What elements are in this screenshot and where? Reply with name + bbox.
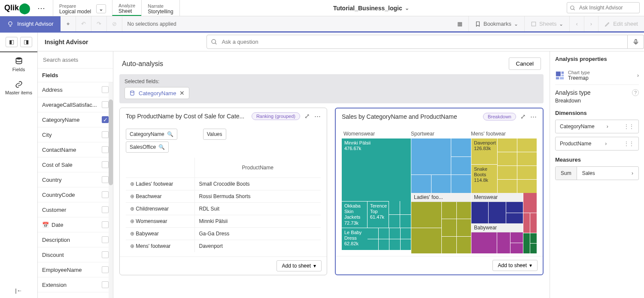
- smart-search-icon[interactable]: ⌖: [61, 16, 76, 31]
- values-chip[interactable]: Values: [203, 129, 226, 140]
- ask-question-input[interactable]: [207, 35, 628, 49]
- table-row[interactable]: ⊕ BeachwearRossi Bermuda Shorts: [126, 190, 321, 203]
- left-rail: Fields Master items |←: [0, 51, 38, 298]
- help-icon[interactable]: ?: [632, 89, 639, 96]
- field-checkbox[interactable]: [102, 281, 109, 288]
- expand-row-icon[interactable]: ⊕: [130, 243, 134, 249]
- measure-selector[interactable]: Sum Sales›: [555, 166, 639, 180]
- svg-rect-11: [562, 72, 564, 74]
- field-checkbox[interactable]: [102, 266, 109, 273]
- microphone-button[interactable]: [628, 35, 644, 49]
- expand-row-icon[interactable]: ⊕: [130, 231, 134, 237]
- field-item[interactable]: 📅Date: [38, 217, 113, 232]
- scrollbar-thumb[interactable]: [109, 99, 113, 185]
- step-forward-icon[interactable]: ↷: [91, 16, 107, 31]
- bookmarks-button[interactable]: Bookmarks⌄: [468, 16, 524, 31]
- expand-row-icon[interactable]: ⊕: [130, 193, 134, 199]
- field-checkbox[interactable]: [102, 101, 109, 108]
- field-item[interactable]: City: [38, 127, 113, 142]
- edit-sheet-button[interactable]: Edit sheet: [598, 16, 644, 31]
- expand-icon[interactable]: ⤢: [520, 113, 526, 120]
- dimension-categoryname[interactable]: CategoryName›⋮⋮: [555, 120, 639, 133]
- cancel-button[interactable]: Cancel: [509, 57, 541, 70]
- field-checkbox[interactable]: [102, 251, 109, 258]
- analysis-type-label: Analysis type: [555, 89, 632, 96]
- svg-rect-13: [556, 77, 559, 80]
- add-to-sheet-button[interactable]: Add to sheet ▾: [276, 260, 322, 271]
- nav-prepare[interactable]: Prepare Logical model ⌄: [53, 0, 112, 16]
- insight-search-input[interactable]: [567, 2, 640, 13]
- app-menu-icon[interactable]: ⋯: [34, 3, 49, 13]
- add-to-sheet-button[interactable]: Add to sheet ▾: [492, 260, 538, 271]
- table-row[interactable]: ⊕ Ladies' footwearSmall Crocodile Boots: [126, 178, 321, 190]
- table-row[interactable]: ⊕ WomenswearMinnki Pälsii: [126, 215, 321, 228]
- field-checkbox[interactable]: [102, 221, 109, 228]
- insight-advisor-button[interactable]: Insight Advisor: [0, 16, 61, 31]
- aggregation-sum[interactable]: Sum: [556, 167, 577, 180]
- pencil-icon: [605, 21, 611, 27]
- expand-row-icon[interactable]: ⊕: [130, 218, 134, 224]
- field-checkbox[interactable]: [102, 191, 109, 198]
- dim-chip-salesoffice[interactable]: SalesOffice 🔍: [126, 141, 169, 153]
- column-header-productname: ProductName: [194, 158, 321, 178]
- field-checkbox[interactable]: [102, 161, 109, 168]
- field-item[interactable]: ContactName: [38, 142, 113, 157]
- dimension-productname[interactable]: ProductName›⋮⋮: [555, 137, 639, 151]
- search-assets-input[interactable]: [41, 55, 109, 65]
- field-item[interactable]: Extension: [38, 277, 113, 292]
- svg-rect-10: [556, 72, 561, 76]
- field-item[interactable]: Country: [38, 172, 113, 187]
- card-title: Sales by CategoryName and ProductName: [342, 113, 479, 120]
- chart-type-row[interactable]: Chart type Treemap ›: [555, 66, 639, 85]
- measure-sales[interactable]: Sales›: [577, 167, 638, 180]
- field-item[interactable]: EmployeeName: [38, 262, 113, 277]
- dim-chip-category[interactable]: CategoryName 🔍: [126, 129, 177, 140]
- selections-tool-icon[interactable]: ▦: [451, 16, 468, 31]
- field-checkbox[interactable]: ✓: [102, 116, 109, 123]
- database-icon: [15, 57, 23, 65]
- selected-field-chip[interactable]: CategoryName ✕: [125, 87, 189, 99]
- field-item[interactable]: CountryCode: [38, 187, 113, 202]
- qlik-logo: Qlik⬤: [4, 2, 30, 14]
- right-panel-toggle[interactable]: ◨: [20, 37, 32, 47]
- field-item[interactable]: AverageCallSatisfac...: [38, 97, 113, 112]
- next-sheet-icon[interactable]: ›: [584, 16, 598, 31]
- prepare-dropdown-icon[interactable]: ⌄: [96, 4, 106, 13]
- left-panel-toggle[interactable]: ◧: [6, 37, 18, 47]
- field-checkbox[interactable]: [102, 236, 109, 243]
- field-item[interactable]: Customer: [38, 202, 113, 217]
- nav-narrate[interactable]: Narrate Storytelling: [141, 0, 179, 16]
- field-checkbox[interactable]: [102, 131, 109, 138]
- field-item[interactable]: Cost of Sale: [38, 157, 113, 172]
- table-row[interactable]: ⊕ ChildrenswearRDL Suit: [126, 203, 321, 215]
- field-checkbox[interactable]: [102, 206, 109, 213]
- step-back-icon[interactable]: ↶: [76, 16, 91, 31]
- treemap-viz[interactable]: Minnki Pälsii 476.67k Okkaba Skin Jacket…: [342, 138, 537, 253]
- clear-selections-icon[interactable]: ⊘: [107, 16, 122, 31]
- rail-collapse-icon[interactable]: |←: [11, 283, 26, 298]
- expand-row-icon[interactable]: ⊕: [130, 181, 134, 187]
- measures-label: Measures: [555, 157, 639, 163]
- remove-chip-icon[interactable]: ✕: [179, 90, 185, 96]
- table-row[interactable]: ⊕ BabywearGa-Ga Dress: [126, 228, 321, 240]
- app-title[interactable]: Tutorial_Business_logic⌄: [180, 0, 562, 16]
- field-item[interactable]: Description: [38, 232, 113, 247]
- rail-fields[interactable]: Fields: [0, 51, 37, 76]
- field-item[interactable]: CategoryName✓: [38, 112, 113, 127]
- expand-icon[interactable]: ⤢: [304, 112, 310, 120]
- selected-fields-bar: Selected fields: CategoryName ✕: [119, 74, 544, 103]
- card-menu-icon[interactable]: ⋯: [314, 112, 321, 120]
- card-menu-icon[interactable]: ⋯: [530, 113, 537, 120]
- treemap-card: Sales by CategoryName and ProductName Br…: [335, 108, 544, 275]
- field-checkbox[interactable]: [102, 86, 109, 93]
- prev-sheet-icon[interactable]: ‹: [569, 16, 583, 31]
- rail-master-items[interactable]: Master items: [0, 76, 37, 99]
- table-row[interactable]: ⊕ Mens' footwearDavenport: [126, 240, 321, 253]
- field-item[interactable]: Address: [38, 82, 113, 97]
- field-item[interactable]: Discount: [38, 247, 113, 262]
- sheets-button[interactable]: Sheets⌄: [524, 16, 569, 31]
- nav-analyze[interactable]: Analyze Sheet: [112, 0, 141, 16]
- field-checkbox[interactable]: [102, 176, 109, 183]
- field-checkbox[interactable]: [102, 146, 109, 153]
- expand-row-icon[interactable]: ⊕: [130, 206, 134, 212]
